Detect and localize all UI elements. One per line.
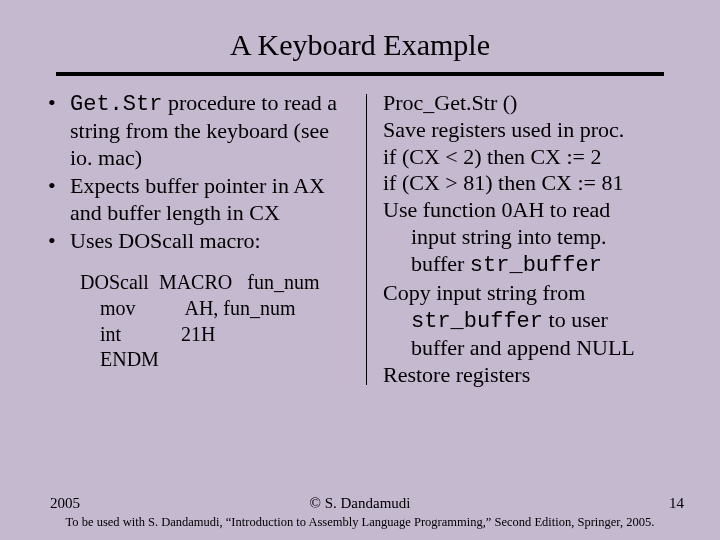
bullet-item: Expects buffer pointer in AX and buffer … <box>46 173 354 226</box>
left-column: Get.Str procedure to read a string from … <box>46 90 366 389</box>
bullet-item: Uses DOScall macro: <box>46 228 354 254</box>
bullet-item: Get.Str procedure to read a string from … <box>46 90 354 171</box>
code-span: Get.Str <box>70 92 162 117</box>
pseudo-line: if (CX > 81) then CX := 81 <box>383 170 682 197</box>
pseudo-indent: buffer and append NULL <box>383 335 682 362</box>
pseudo-line: Save registers used in proc. <box>383 117 682 144</box>
title-rule <box>56 72 664 76</box>
macro-line: mov AH, fun_num <box>80 296 354 322</box>
macro-block: DOScall MACRO fun_num mov AH, fun_num in… <box>80 270 354 372</box>
content-columns: Get.Str procedure to read a string from … <box>46 90 682 389</box>
macro-line: ENDM <box>80 347 354 373</box>
code-span: str_buffer <box>470 253 602 278</box>
macro-line: int 21H <box>80 322 354 348</box>
slide-title: A Keyboard Example <box>0 0 720 68</box>
pseudo-indent: str_buffer to user <box>383 307 682 336</box>
pseudo-line: Restore registers <box>383 362 682 389</box>
pseudo-line: input string into temp. <box>383 224 682 251</box>
pseudo-line: Copy input string from <box>383 280 682 307</box>
slide: A Keyboard Example Get.Str procedure to … <box>0 0 720 540</box>
pseudo-line: str_buffer to user <box>383 307 682 336</box>
footer-copyright: © S. Dandamudi <box>0 495 720 512</box>
right-column: Proc_Get.Str () Save registers used in p… <box>367 90 682 389</box>
pseudo-line: buffer and append NULL <box>383 335 682 362</box>
bullet-text: Uses DOScall macro: <box>70 228 261 253</box>
bullet-list: Get.Str procedure to read a string from … <box>46 90 354 254</box>
footer-note: To be used with S. Dandamudi, “Introduct… <box>0 515 720 530</box>
pseudo-indent: input string into temp. <box>383 224 682 251</box>
bullet-text: Expects buffer pointer in AX and buffer … <box>70 173 325 224</box>
pseudo-line: Proc_Get.Str () <box>383 90 682 117</box>
pseudo-line: if (CX < 2) then CX := 2 <box>383 144 682 171</box>
footer: 2005 © S. Dandamudi 14 To be used with S… <box>0 495 720 530</box>
text-span: to user <box>543 307 608 332</box>
pseudo-line: buffer str_buffer <box>383 251 682 280</box>
code-span: str_buffer <box>411 309 543 334</box>
text-span: buffer <box>411 251 470 276</box>
macro-line: DOScall MACRO fun_num <box>80 270 354 296</box>
pseudo-line: Use function 0AH to read <box>383 197 682 224</box>
pseudo-indent: buffer str_buffer <box>383 251 682 280</box>
footer-row: 2005 © S. Dandamudi 14 <box>0 495 720 512</box>
